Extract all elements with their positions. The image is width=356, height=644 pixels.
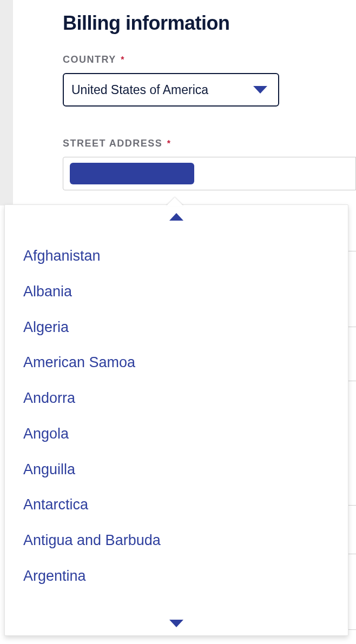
street-label-row: STREET ADDRESS *: [63, 138, 356, 149]
country-option[interactable]: American Samoa: [5, 345, 348, 381]
chevron-down-icon: [253, 86, 267, 94]
country-option[interactable]: Angola: [5, 416, 348, 452]
street-field-group: STREET ADDRESS *: [63, 138, 356, 190]
dropdown-scroll-up-button[interactable]: [5, 205, 348, 229]
country-field-group: COUNTRY * United States of America: [63, 54, 356, 107]
country-label: COUNTRY: [63, 54, 116, 65]
required-indicator: *: [121, 55, 124, 64]
dropdown-pointer-icon: [166, 197, 183, 206]
chevron-up-icon: [169, 213, 183, 221]
country-options-list: AfghanistanAlbaniaAlgeriaAmerican SamoaA…: [5, 229, 348, 612]
dropdown-scroll-down-button[interactable]: [5, 612, 348, 635]
left-background-stripe: [0, 0, 13, 205]
country-label-row: COUNTRY *: [63, 54, 356, 65]
input-selection-highlight: [70, 163, 194, 184]
country-option[interactable]: Antigua and Barbuda: [5, 523, 348, 559]
country-option[interactable]: Anguilla: [5, 452, 348, 488]
street-input[interactable]: [63, 157, 356, 190]
country-option[interactable]: Algeria: [5, 310, 348, 346]
country-option[interactable]: Afghanistan: [5, 238, 348, 274]
country-option[interactable]: Antarctica: [5, 487, 348, 523]
country-option[interactable]: Argentina: [5, 559, 348, 594]
chevron-down-icon: [169, 620, 183, 627]
country-dropdown-panel: AfghanistanAlbaniaAlgeriaAmerican SamoaA…: [4, 204, 348, 636]
country-select-value: United States of America: [71, 83, 208, 97]
street-label: STREET ADDRESS: [63, 138, 162, 149]
required-indicator: *: [167, 139, 170, 148]
country-option[interactable]: Andorra: [5, 381, 348, 416]
country-option[interactable]: Albania: [5, 274, 348, 310]
page-title: Billing information: [63, 12, 356, 35]
country-select[interactable]: United States of America: [63, 73, 279, 107]
